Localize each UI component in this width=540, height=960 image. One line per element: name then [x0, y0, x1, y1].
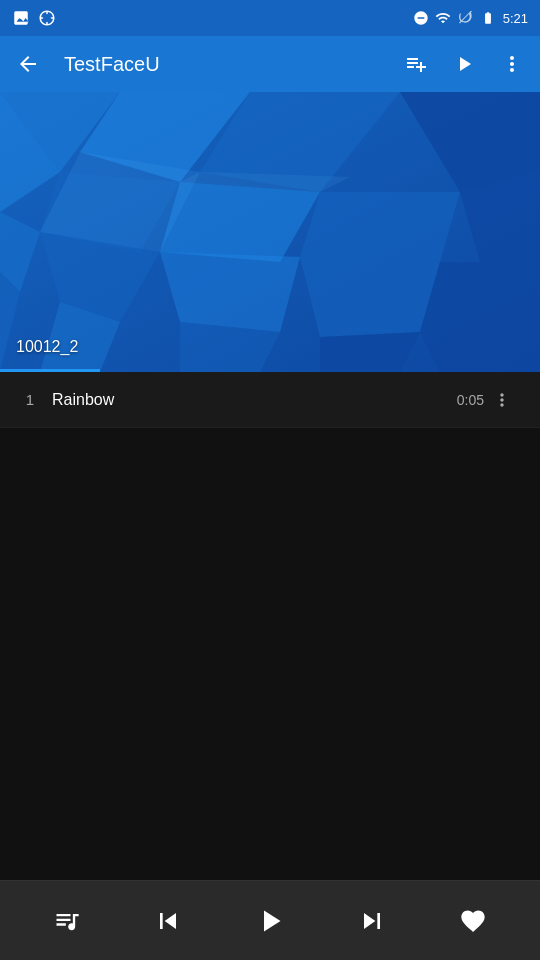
track-name: Rainbow	[52, 391, 457, 409]
svg-marker-12	[160, 252, 300, 332]
add-to-queue-button[interactable]	[396, 44, 436, 84]
more-options-button[interactable]	[492, 44, 532, 84]
toolbar: TestFaceU	[0, 36, 540, 92]
signal-icon	[457, 10, 473, 26]
status-bar: 5:21	[0, 0, 540, 36]
empty-area	[0, 428, 540, 808]
track-item[interactable]: 1 Rainbow 0:05	[0, 372, 540, 428]
status-bar-left	[12, 9, 56, 27]
album-name-label: 10012_2	[16, 338, 78, 356]
queue-music-button[interactable]	[43, 897, 91, 945]
status-bar-right: 5:21	[413, 10, 528, 26]
play-button-toolbar[interactable]	[444, 44, 484, 84]
track-number: 1	[16, 391, 44, 408]
play-pause-button[interactable]	[246, 897, 294, 945]
toolbar-title: TestFaceU	[64, 53, 388, 76]
status-time: 5:21	[503, 11, 528, 26]
track-list: 1 Rainbow 0:05	[0, 372, 540, 428]
svg-marker-13	[300, 257, 440, 337]
svg-marker-8	[300, 192, 460, 262]
svg-marker-14	[420, 262, 540, 372]
album-art-background	[0, 92, 540, 372]
skip-next-button[interactable]	[348, 897, 396, 945]
battery-icon	[479, 11, 497, 25]
wifi-icon	[435, 10, 451, 26]
dnd-icon	[413, 10, 429, 26]
accessibility-icon	[38, 9, 56, 27]
skip-previous-button[interactable]	[144, 897, 192, 945]
favorite-button[interactable]	[449, 897, 497, 945]
track-duration: 0:05	[457, 392, 484, 408]
bottom-player-bar	[0, 880, 540, 960]
track-more-button[interactable]	[492, 390, 524, 410]
image-icon	[12, 9, 30, 27]
back-button[interactable]	[8, 44, 48, 84]
album-bottom-bar	[0, 369, 100, 372]
album-art: 10012_2	[0, 92, 540, 372]
